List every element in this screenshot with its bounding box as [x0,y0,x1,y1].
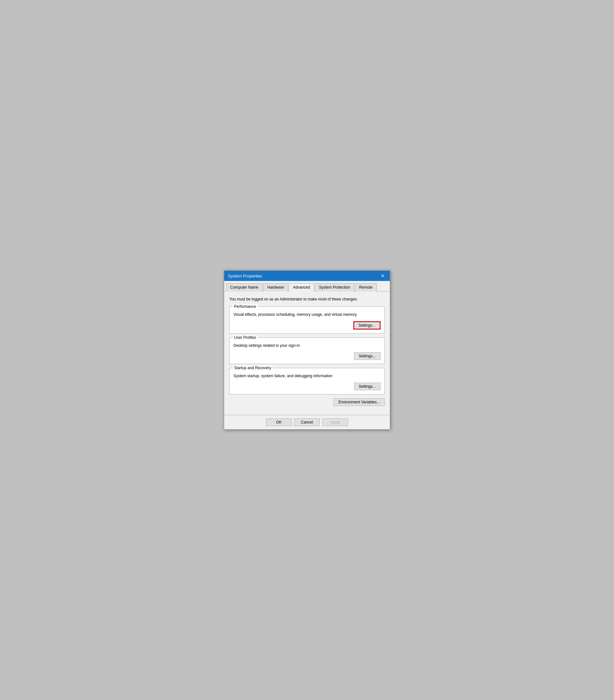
close-button[interactable]: ✕ [380,273,386,279]
dialog-title: System Properties [228,274,262,278]
tab-hardware[interactable]: Hardware [263,283,288,291]
user-profiles-description: Desktop settings related to your sign-in [233,343,381,348]
tab-remote[interactable]: Remote [355,283,377,291]
user-profiles-group-label: User Profiles [233,335,257,340]
tab-content: You must be logged on as an Administrato… [224,291,390,415]
user-profiles-settings-button[interactable]: Settings... [354,352,381,360]
tab-system-protection[interactable]: System Protection [315,283,354,291]
user-profiles-buttons: Settings... [233,352,381,360]
admin-info-text: You must be logged on as an Administrato… [229,297,385,302]
startup-recovery-settings-button[interactable]: Settings... [354,383,381,390]
cancel-button[interactable]: Cancel [294,418,320,426]
startup-recovery-buttons: Settings... [233,383,381,390]
apply-button[interactable]: Apply [322,418,348,426]
performance-settings-button[interactable]: Settings... [353,321,381,329]
performance-group-label: Performance [233,304,257,309]
dialog-footer: OK Cancel Apply [224,415,390,429]
performance-description: Visual effects, processor scheduling, me… [233,312,381,317]
system-properties-dialog: System Properties ✕ Computer Name Hardwa… [224,271,390,429]
performance-group: Performance Visual effects, processor sc… [229,307,385,334]
performance-buttons: Settings... [233,321,381,329]
tab-bar: Computer Name Hardware Advanced System P… [224,281,390,291]
ok-button[interactable]: OK [266,418,292,426]
tab-advanced[interactable]: Advanced [289,283,314,291]
tab-computer-name[interactable]: Computer Name [226,283,262,291]
environment-variables-button[interactable]: Environment Variables... [333,398,385,406]
startup-recovery-group: Startup and Recovery System startup, sys… [229,368,385,395]
title-bar: System Properties ✕ [224,271,390,281]
env-variables-row: Environment Variables... [229,398,385,406]
startup-recovery-group-label: Startup and Recovery [233,366,272,370]
startup-recovery-description: System startup, system failure, and debu… [233,373,381,379]
user-profiles-group: User Profiles Desktop settings related t… [229,338,385,364]
